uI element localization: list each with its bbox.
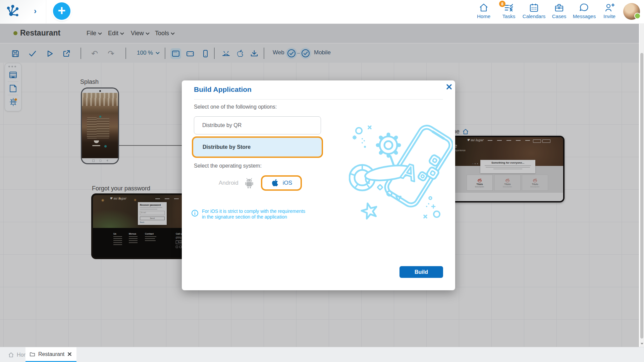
nav-invite-label: Invite [603, 13, 615, 19]
home-icon [8, 352, 14, 358]
plus-icon: + [58, 4, 65, 17]
close-icon[interactable] [67, 352, 72, 356]
modal-title: Build Application [194, 85, 252, 94]
nav-cases-label: Cases [552, 13, 567, 19]
build-application-modal: Build Application Select one of the foll… [182, 80, 455, 290]
os-label: Select the operating system: [194, 163, 262, 169]
tab-restaurant-label: Restaurant [38, 351, 64, 357]
ios-label: iOS [283, 180, 292, 186]
android-label: Android [219, 180, 238, 186]
apple-icon [271, 178, 279, 188]
calendar-icon [529, 2, 539, 13]
add-button[interactable]: + [53, 2, 70, 20]
modal-divider [194, 99, 443, 100]
tab-restaurant[interactable]: Restaurant [25, 347, 76, 362]
user-avatar[interactable] [623, 3, 640, 20]
logo-area: › [0, 0, 46, 23]
android-robot-icon [243, 177, 255, 189]
top-app-bar: › + Home 8 Tasks [0, 0, 644, 24]
home-icon [479, 2, 489, 13]
scrollbar-thumb[interactable] [640, 53, 643, 339]
ios-info-note: For iOS it is strict to comply with the … [202, 208, 305, 220]
tasks-badge: 8 [499, 1, 505, 7]
sidebar-expand-chevron[interactable]: › [31, 7, 40, 15]
nav-calendars-label: Calendars [523, 13, 545, 19]
build-button[interactable]: Build [399, 266, 443, 278]
online-status-dot [634, 13, 641, 19]
ios-option[interactable]: iOS [261, 175, 302, 191]
bottom-tab-bar: Home Restaurant [0, 347, 644, 362]
folder-icon [30, 352, 35, 357]
nav-messages[interactable]: Messages [572, 2, 597, 22]
android-option[interactable]: Android [219, 177, 255, 189]
nav-tasks[interactable]: 8 Tasks [496, 2, 521, 22]
app-screen: › + Home 8 Tasks [0, 0, 644, 362]
nav-cases[interactable]: Cases [547, 2, 572, 22]
distribute-by-store-option[interactable]: Distribute by Store [192, 136, 323, 158]
distribute-by-qr-option[interactable]: Distribute by QR [194, 116, 321, 134]
briefcase-icon [554, 2, 564, 13]
nav-messages-label: Messages [573, 13, 596, 19]
nav-tasks-label: Tasks [502, 13, 515, 19]
nav-calendars[interactable]: Calendars [522, 2, 546, 22]
person-add-icon [604, 2, 614, 13]
nav-home[interactable]: Home [471, 2, 496, 22]
build-illustration: A [349, 120, 453, 227]
chat-icon [579, 2, 589, 13]
tasks-icon: 8 [504, 2, 514, 13]
nav-invite[interactable]: Invite [597, 2, 622, 22]
app-logo-icon[interactable] [6, 4, 19, 19]
nav-home-label: Home [477, 13, 490, 19]
scrollbar-down-arrow[interactable] [640, 341, 644, 346]
options-label: Select one of the following options: [194, 104, 277, 110]
vertical-scrollbar[interactable] [639, 23, 644, 347]
info-icon [191, 209, 199, 217]
close-icon[interactable] [446, 83, 453, 91]
